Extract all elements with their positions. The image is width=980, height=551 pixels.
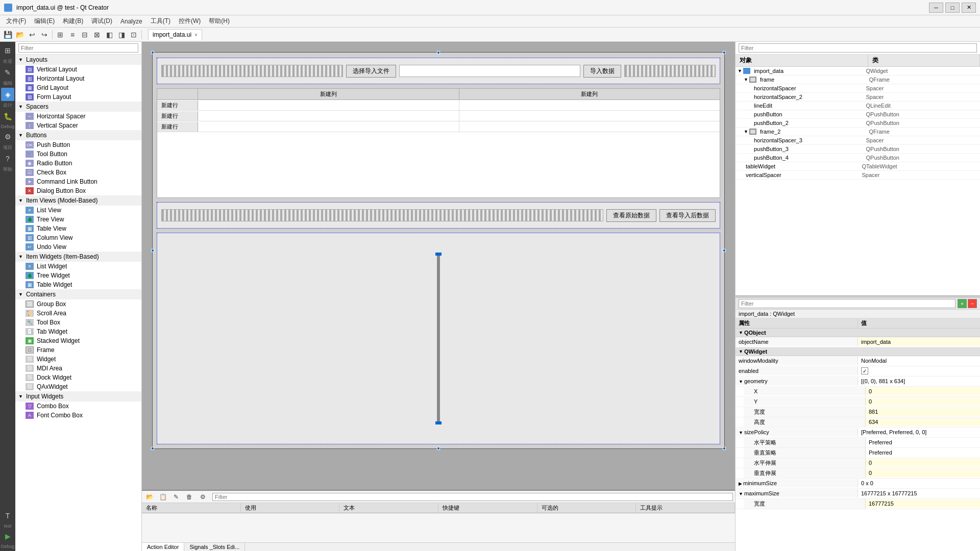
prop-add-btn[interactable]: + [958, 299, 967, 308]
item-list-widget[interactable]: ≡ List Widget [15, 262, 141, 271]
item-table-view[interactable]: ▦ Table View [15, 224, 141, 233]
prop-value-y[interactable]: 0 [866, 397, 980, 406]
menu-build[interactable]: 构建(B) [59, 16, 87, 27]
toolbar-btn-11[interactable]: ⊡ [128, 29, 139, 40]
prop-section-qwidget[interactable]: ▼ QWidget [736, 347, 980, 356]
item-column-view[interactable]: ▥ Column View [15, 233, 141, 242]
minimize-button[interactable]: ─ [929, 3, 943, 13]
sidebar-help[interactable]: ? [1, 152, 14, 165]
prop-section-qobject[interactable]: ▼ QObject [736, 329, 980, 337]
item-stacked-widget[interactable]: ▣ Stacked Widget [15, 336, 141, 345]
resize-handle-ml[interactable] [151, 249, 154, 252]
resize-handle-bc[interactable] [437, 447, 440, 450]
toolbar-btn-8[interactable]: ⊠ [91, 29, 103, 40]
prop-value-maxsize[interactable]: 16777215 x 16777215 [858, 489, 980, 497]
file-tab[interactable]: import_data.ui × [148, 29, 202, 40]
action-filter-input[interactable] [212, 493, 733, 501]
prop-value-vpolicy[interactable]: Preferred [866, 448, 980, 457]
toolbar-btn-3[interactable]: ↩ [27, 29, 38, 40]
action-btn-delete[interactable]: 🗑 [184, 491, 195, 503]
resize-handle-bl[interactable] [151, 447, 154, 450]
item-combo-box[interactable]: ▽ Combo Box [15, 402, 141, 411]
obj-row-tablewidget[interactable]: tableWidget QTableWidget [736, 162, 980, 171]
item-dialog-btn-box[interactable]: ✕ Dialog Button Box [15, 186, 141, 195]
prop-value-hpolicy[interactable]: Preferred [866, 438, 980, 446]
sidebar-test[interactable]: T [1, 509, 14, 522]
section-layouts[interactable]: ▼ Layouts [15, 55, 141, 65]
action-btn-open[interactable]: 📂 [144, 491, 155, 503]
prop-value-sizepolicy[interactable]: [Preferred, Preferred, 0, 0] [858, 428, 980, 436]
resize-handle-tl[interactable] [151, 51, 154, 54]
prop-value-maxwidth[interactable]: 16777215 [866, 499, 980, 508]
item-form-layout[interactable]: ▧ Form Layout [15, 92, 141, 102]
obj-row-hspacer[interactable]: horizontalSpacer Spacer [736, 84, 980, 93]
prop-value-enabled[interactable]: ✓ [858, 366, 980, 375]
maximize-button[interactable]: □ [945, 3, 960, 13]
enabled-checkbox[interactable]: ✓ [861, 367, 868, 374]
splitter-top-handle[interactable] [435, 253, 442, 256]
prop-value-minsize[interactable]: 0 x 0 [858, 479, 980, 487]
section-item-widgets[interactable]: ▼ Item Widgets (Item-Based) [15, 252, 141, 262]
file-tab-close[interactable]: × [194, 32, 198, 38]
tab-signals-slots[interactable]: Signals _Slots Edi... [184, 543, 245, 551]
prop-value-height[interactable]: 634 [866, 418, 980, 426]
toolbar-btn-5[interactable]: ⊞ [55, 29, 66, 40]
toolbar-btn-7[interactable]: ⊟ [79, 29, 90, 40]
item-font-combo-box[interactable]: A Font Combo Box [15, 411, 141, 420]
obj-row-hspacer3[interactable]: horizontalSpacer_3 Spacer [736, 136, 980, 145]
toolbar-btn-4[interactable]: ↪ [39, 29, 50, 40]
view-orig-btn[interactable]: 查看原始数据 [606, 209, 656, 222]
obj-row-import-data[interactable]: ▼ import_data QWidget [736, 67, 980, 76]
action-btn-edit[interactable]: ✎ [170, 491, 182, 503]
resize-handle-mr[interactable] [723, 249, 726, 252]
item-tree-widget[interactable]: 🌲 Tree Widget [15, 271, 141, 280]
tab-action-editor[interactable]: Action Editor [142, 543, 184, 551]
menu-file[interactable]: 文件(F) [2, 16, 30, 27]
left-filter-input[interactable] [18, 43, 138, 53]
item-tree-view[interactable]: 🌲 Tree View [15, 215, 141, 224]
item-list-view[interactable]: ≡ List View [15, 206, 141, 215]
prop-value-objectname[interactable]: import_data [858, 338, 980, 346]
sidebar-welcome[interactable]: ⊞ [1, 44, 14, 57]
resize-handle-br[interactable] [723, 447, 726, 450]
toolbar-btn-2[interactable]: 📂 [14, 29, 26, 40]
item-qaxwidget[interactable]: ⬜ QAxWidget [15, 382, 141, 391]
menu-controls[interactable]: 控件(W) [175, 16, 205, 27]
item-check-box[interactable]: ☑ Check Box [15, 168, 141, 177]
menu-debug[interactable]: 调试(D) [87, 16, 116, 27]
cell-3-1[interactable] [198, 121, 459, 132]
prop-value-x[interactable]: 0 [866, 387, 980, 395]
design-canvas[interactable]: 选择导入文件 导入数据 新建列 新建列 新建行 [142, 42, 735, 490]
item-vertical-layout[interactable]: ▤ Vertical Layout [15, 65, 141, 74]
sidebar-edit[interactable]: ✎ [1, 66, 14, 79]
item-mdi-area[interactable]: ⬜ MDI Area [15, 364, 141, 373]
item-vertical-spacer[interactable]: ↕ Vertical Spacer [15, 121, 141, 130]
obj-row-pushbtn4[interactable]: pushButton_4 QPushButton [736, 154, 980, 162]
item-undo-view[interactable]: ↩ Undo View [15, 242, 141, 252]
cell-1-1[interactable] [198, 100, 459, 110]
line-edit[interactable] [399, 65, 581, 77]
sidebar-run[interactable]: ▶ [1, 530, 14, 543]
obj-row-pushbtn2[interactable]: pushButton_2 QPushButton [736, 119, 980, 128]
prop-value-width[interactable]: 881 [866, 408, 980, 416]
action-btn-copy[interactable]: 📋 [157, 491, 168, 503]
import-btn[interactable]: 导入数据 [583, 65, 621, 78]
prop-value-vstretch[interactable]: 0 [866, 469, 980, 477]
cell-3-2[interactable] [459, 121, 720, 132]
view-imported-btn[interactable]: 查看导入后数据 [659, 209, 716, 222]
item-tool-box[interactable]: 🔧 Tool Box [15, 318, 141, 327]
item-frame[interactable]: □ Frame [15, 345, 141, 355]
prop-filter-input[interactable] [739, 299, 955, 308]
menu-help[interactable]: 帮助(H) [205, 16, 234, 27]
toolbar-btn-6[interactable]: ≡ [67, 29, 78, 40]
section-buttons[interactable]: ▼ Buttons [15, 130, 141, 140]
obj-row-frame2[interactable]: ▼ frame_2 QFrame [736, 128, 980, 136]
item-dock-widget[interactable]: ⬜ Dock Widget [15, 373, 141, 382]
item-command-link-btn[interactable]: ➤ Command Link Button [15, 177, 141, 186]
cell-2-2[interactable] [459, 111, 720, 121]
section-containers[interactable]: ▼ Containers [15, 289, 141, 299]
obj-row-frame[interactable]: ▼ frame QFrame [736, 76, 980, 84]
item-push-button[interactable]: OK Push Button [15, 140, 141, 149]
obj-row-pushbtn[interactable]: pushButton QPushButton [736, 110, 980, 119]
section-item-views[interactable]: ▼ Item Views (Model-Based) [15, 195, 141, 206]
